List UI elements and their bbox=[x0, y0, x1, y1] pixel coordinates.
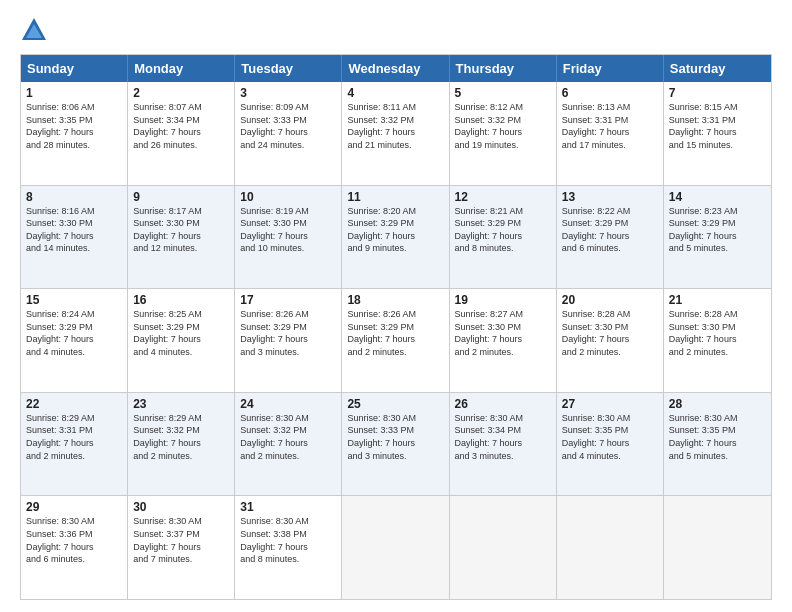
day-number: 22 bbox=[26, 397, 122, 411]
calendar-cell-day-20: 20Sunrise: 8:28 AMSunset: 3:30 PMDayligh… bbox=[557, 289, 664, 392]
day-info: Sunrise: 8:20 AMSunset: 3:29 PMDaylight:… bbox=[347, 205, 443, 255]
day-number: 7 bbox=[669, 86, 766, 100]
calendar-cell-day-12: 12Sunrise: 8:21 AMSunset: 3:29 PMDayligh… bbox=[450, 186, 557, 289]
header bbox=[20, 16, 772, 44]
calendar-cell-day-25: 25Sunrise: 8:30 AMSunset: 3:33 PMDayligh… bbox=[342, 393, 449, 496]
calendar-cell-day-29: 29Sunrise: 8:30 AMSunset: 3:36 PMDayligh… bbox=[21, 496, 128, 599]
calendar-cell-day-4: 4Sunrise: 8:11 AMSunset: 3:32 PMDaylight… bbox=[342, 82, 449, 185]
day-info: Sunrise: 8:30 AMSunset: 3:35 PMDaylight:… bbox=[669, 412, 766, 462]
calendar-cell-empty bbox=[342, 496, 449, 599]
day-number: 18 bbox=[347, 293, 443, 307]
calendar-cell-empty bbox=[557, 496, 664, 599]
day-info: Sunrise: 8:25 AMSunset: 3:29 PMDaylight:… bbox=[133, 308, 229, 358]
day-info: Sunrise: 8:16 AMSunset: 3:30 PMDaylight:… bbox=[26, 205, 122, 255]
day-number: 6 bbox=[562, 86, 658, 100]
calendar-cell-empty bbox=[450, 496, 557, 599]
calendar-cell-day-21: 21Sunrise: 8:28 AMSunset: 3:30 PMDayligh… bbox=[664, 289, 771, 392]
day-info: Sunrise: 8:30 AMSunset: 3:37 PMDaylight:… bbox=[133, 515, 229, 565]
logo-icon bbox=[20, 16, 48, 44]
day-number: 16 bbox=[133, 293, 229, 307]
day-number: 2 bbox=[133, 86, 229, 100]
day-info: Sunrise: 8:29 AMSunset: 3:31 PMDaylight:… bbox=[26, 412, 122, 462]
day-number: 15 bbox=[26, 293, 122, 307]
day-number: 19 bbox=[455, 293, 551, 307]
day-number: 8 bbox=[26, 190, 122, 204]
day-info: Sunrise: 8:09 AMSunset: 3:33 PMDaylight:… bbox=[240, 101, 336, 151]
calendar-row-1: 1Sunrise: 8:06 AMSunset: 3:35 PMDaylight… bbox=[21, 82, 771, 185]
calendar-cell-day-31: 31Sunrise: 8:30 AMSunset: 3:38 PMDayligh… bbox=[235, 496, 342, 599]
day-info: Sunrise: 8:13 AMSunset: 3:31 PMDaylight:… bbox=[562, 101, 658, 151]
day-number: 24 bbox=[240, 397, 336, 411]
day-number: 26 bbox=[455, 397, 551, 411]
day-info: Sunrise: 8:24 AMSunset: 3:29 PMDaylight:… bbox=[26, 308, 122, 358]
day-number: 1 bbox=[26, 86, 122, 100]
calendar-cell-day-15: 15Sunrise: 8:24 AMSunset: 3:29 PMDayligh… bbox=[21, 289, 128, 392]
day-number: 13 bbox=[562, 190, 658, 204]
calendar-cell-day-8: 8Sunrise: 8:16 AMSunset: 3:30 PMDaylight… bbox=[21, 186, 128, 289]
day-info: Sunrise: 8:15 AMSunset: 3:31 PMDaylight:… bbox=[669, 101, 766, 151]
day-number: 3 bbox=[240, 86, 336, 100]
day-info: Sunrise: 8:11 AMSunset: 3:32 PMDaylight:… bbox=[347, 101, 443, 151]
calendar-cell-day-9: 9Sunrise: 8:17 AMSunset: 3:30 PMDaylight… bbox=[128, 186, 235, 289]
day-number: 4 bbox=[347, 86, 443, 100]
day-number: 29 bbox=[26, 500, 122, 514]
calendar-cell-empty bbox=[664, 496, 771, 599]
day-number: 21 bbox=[669, 293, 766, 307]
day-info: Sunrise: 8:26 AMSunset: 3:29 PMDaylight:… bbox=[347, 308, 443, 358]
day-info: Sunrise: 8:30 AMSunset: 3:36 PMDaylight:… bbox=[26, 515, 122, 565]
calendar-cell-day-23: 23Sunrise: 8:29 AMSunset: 3:32 PMDayligh… bbox=[128, 393, 235, 496]
day-number: 20 bbox=[562, 293, 658, 307]
day-info: Sunrise: 8:28 AMSunset: 3:30 PMDaylight:… bbox=[562, 308, 658, 358]
calendar-cell-day-16: 16Sunrise: 8:25 AMSunset: 3:29 PMDayligh… bbox=[128, 289, 235, 392]
calendar-cell-day-1: 1Sunrise: 8:06 AMSunset: 3:35 PMDaylight… bbox=[21, 82, 128, 185]
day-info: Sunrise: 8:29 AMSunset: 3:32 PMDaylight:… bbox=[133, 412, 229, 462]
header-day-wednesday: Wednesday bbox=[342, 55, 449, 82]
day-info: Sunrise: 8:17 AMSunset: 3:30 PMDaylight:… bbox=[133, 205, 229, 255]
calendar-cell-day-26: 26Sunrise: 8:30 AMSunset: 3:34 PMDayligh… bbox=[450, 393, 557, 496]
day-info: Sunrise: 8:27 AMSunset: 3:30 PMDaylight:… bbox=[455, 308, 551, 358]
header-day-sunday: Sunday bbox=[21, 55, 128, 82]
header-day-saturday: Saturday bbox=[664, 55, 771, 82]
day-info: Sunrise: 8:12 AMSunset: 3:32 PMDaylight:… bbox=[455, 101, 551, 151]
day-number: 27 bbox=[562, 397, 658, 411]
calendar-cell-day-28: 28Sunrise: 8:30 AMSunset: 3:35 PMDayligh… bbox=[664, 393, 771, 496]
day-number: 14 bbox=[669, 190, 766, 204]
header-day-friday: Friday bbox=[557, 55, 664, 82]
day-info: Sunrise: 8:19 AMSunset: 3:30 PMDaylight:… bbox=[240, 205, 336, 255]
calendar-cell-day-22: 22Sunrise: 8:29 AMSunset: 3:31 PMDayligh… bbox=[21, 393, 128, 496]
calendar-row-2: 8Sunrise: 8:16 AMSunset: 3:30 PMDaylight… bbox=[21, 185, 771, 289]
page: SundayMondayTuesdayWednesdayThursdayFrid… bbox=[0, 0, 792, 612]
calendar-cell-day-24: 24Sunrise: 8:30 AMSunset: 3:32 PMDayligh… bbox=[235, 393, 342, 496]
day-info: Sunrise: 8:22 AMSunset: 3:29 PMDaylight:… bbox=[562, 205, 658, 255]
calendar-cell-day-6: 6Sunrise: 8:13 AMSunset: 3:31 PMDaylight… bbox=[557, 82, 664, 185]
day-info: Sunrise: 8:30 AMSunset: 3:32 PMDaylight:… bbox=[240, 412, 336, 462]
calendar-row-3: 15Sunrise: 8:24 AMSunset: 3:29 PMDayligh… bbox=[21, 288, 771, 392]
day-number: 30 bbox=[133, 500, 229, 514]
day-number: 9 bbox=[133, 190, 229, 204]
calendar-cell-day-5: 5Sunrise: 8:12 AMSunset: 3:32 PMDaylight… bbox=[450, 82, 557, 185]
header-day-monday: Monday bbox=[128, 55, 235, 82]
calendar-header: SundayMondayTuesdayWednesdayThursdayFrid… bbox=[21, 55, 771, 82]
calendar-cell-day-14: 14Sunrise: 8:23 AMSunset: 3:29 PMDayligh… bbox=[664, 186, 771, 289]
day-info: Sunrise: 8:28 AMSunset: 3:30 PMDaylight:… bbox=[669, 308, 766, 358]
day-number: 5 bbox=[455, 86, 551, 100]
day-number: 17 bbox=[240, 293, 336, 307]
calendar-cell-day-2: 2Sunrise: 8:07 AMSunset: 3:34 PMDaylight… bbox=[128, 82, 235, 185]
day-info: Sunrise: 8:30 AMSunset: 3:35 PMDaylight:… bbox=[562, 412, 658, 462]
calendar-row-4: 22Sunrise: 8:29 AMSunset: 3:31 PMDayligh… bbox=[21, 392, 771, 496]
day-info: Sunrise: 8:30 AMSunset: 3:34 PMDaylight:… bbox=[455, 412, 551, 462]
day-number: 25 bbox=[347, 397, 443, 411]
day-info: Sunrise: 8:21 AMSunset: 3:29 PMDaylight:… bbox=[455, 205, 551, 255]
day-info: Sunrise: 8:26 AMSunset: 3:29 PMDaylight:… bbox=[240, 308, 336, 358]
calendar-cell-day-11: 11Sunrise: 8:20 AMSunset: 3:29 PMDayligh… bbox=[342, 186, 449, 289]
calendar-cell-day-10: 10Sunrise: 8:19 AMSunset: 3:30 PMDayligh… bbox=[235, 186, 342, 289]
logo bbox=[20, 16, 52, 44]
calendar-cell-day-13: 13Sunrise: 8:22 AMSunset: 3:29 PMDayligh… bbox=[557, 186, 664, 289]
calendar-cell-day-17: 17Sunrise: 8:26 AMSunset: 3:29 PMDayligh… bbox=[235, 289, 342, 392]
day-number: 31 bbox=[240, 500, 336, 514]
calendar-cell-day-27: 27Sunrise: 8:30 AMSunset: 3:35 PMDayligh… bbox=[557, 393, 664, 496]
calendar-cell-day-7: 7Sunrise: 8:15 AMSunset: 3:31 PMDaylight… bbox=[664, 82, 771, 185]
day-info: Sunrise: 8:30 AMSunset: 3:33 PMDaylight:… bbox=[347, 412, 443, 462]
calendar-row-5: 29Sunrise: 8:30 AMSunset: 3:36 PMDayligh… bbox=[21, 495, 771, 599]
calendar-body: 1Sunrise: 8:06 AMSunset: 3:35 PMDaylight… bbox=[21, 82, 771, 599]
